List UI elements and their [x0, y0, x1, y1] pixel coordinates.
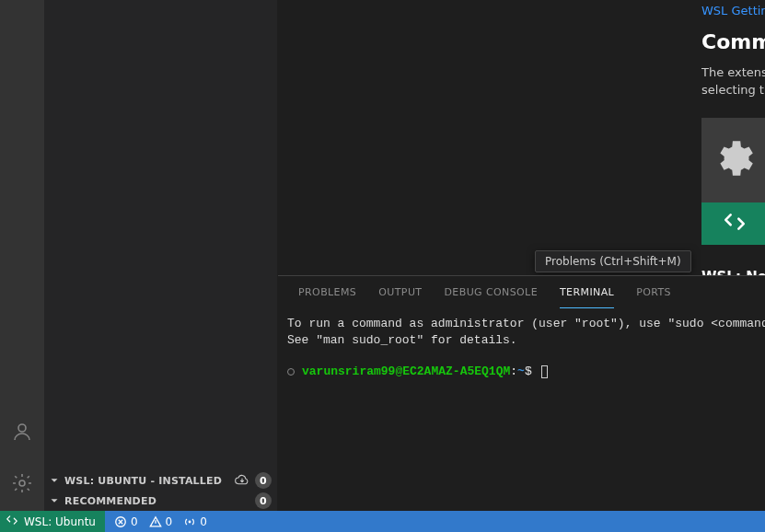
tab-terminal[interactable]: TERMINAL: [560, 276, 614, 308]
svg-point-0: [18, 424, 26, 432]
terminal-line: To run a command as administrator (user …: [287, 316, 765, 332]
status-errors-count: 0: [131, 515, 138, 528]
count-badge: 0: [255, 472, 272, 489]
cloud-download-icon[interactable]: [235, 472, 249, 490]
main-column: WSL Gettin Commar The extensio selecting…: [278, 0, 765, 511]
gear-icon[interactable]: [0, 465, 44, 502]
tab-output[interactable]: OUTPUT: [378, 276, 422, 308]
terminal-cursor: [541, 365, 548, 378]
remote-icon: [6, 514, 18, 529]
chevron-down-icon: [48, 474, 61, 487]
remote-icon: [723, 210, 747, 237]
editor-area: WSL Gettin Commar The extensio selecting…: [278, 0, 765, 275]
status-errors[interactable]: 0: [114, 515, 138, 528]
problems-tooltip: Problems (Ctrl+Shift+M): [535, 250, 691, 272]
chevron-down-icon: [48, 494, 61, 507]
count-badge: 0: [255, 492, 272, 509]
status-ports-count: 0: [200, 515, 207, 528]
sidebar-section-recommended[interactable]: RECOMMENDED 0: [44, 491, 277, 511]
gear-icon: [712, 135, 758, 184]
manage-tile[interactable]: [701, 118, 765, 202]
shell-status-icon: [287, 368, 295, 376]
remote-tile[interactable]: [701, 202, 765, 245]
prompt-sep: :: [510, 364, 517, 378]
prompt-path: ~: [517, 364, 525, 378]
svg-point-1: [19, 480, 25, 486]
status-bar: WSL: Ubuntu 0 0 0: [0, 511, 765, 532]
bottom-panel: PROBLEMS OUTPUT DEBUG CONSOLE TERMINAL P…: [278, 275, 765, 511]
commands-heading: Commar: [701, 30, 765, 53]
svg-point-3: [189, 520, 191, 523]
section-title: WSL: UBUNTU - INSTALLED: [64, 475, 235, 487]
panel-tabs: PROBLEMS OUTPUT DEBUG CONSOLE TERMINAL P…: [278, 276, 765, 308]
activity-bar: [0, 0, 44, 511]
warning-icon: [149, 515, 162, 528]
new-target-label: WSL: New V: [701, 269, 765, 275]
terminal-body[interactable]: To run a command as administrator (user …: [278, 308, 765, 511]
prompt-symbol: $: [525, 364, 532, 378]
broadcast-icon: [183, 515, 196, 528]
terminal-line: See "man sudo_root" for details.: [287, 332, 765, 349]
tab-problems[interactable]: PROBLEMS: [298, 276, 356, 308]
remote-label: WSL: Ubuntu: [24, 515, 96, 528]
status-warnings[interactable]: 0: [149, 515, 173, 528]
side-panel: WSL: UBUNTU - INSTALLED 0 RECOMMENDED 0: [44, 0, 278, 511]
extension-content: WSL Gettin Commar The extensio selecting…: [701, 0, 765, 275]
status-warnings-count: 0: [166, 515, 173, 528]
accounts-icon[interactable]: [0, 413, 44, 450]
error-icon: [114, 515, 127, 528]
prompt-user: varunsriram99@EC2AMAZ-A5EQ1QM: [302, 364, 510, 378]
section-title: RECOMMENDED: [64, 495, 255, 507]
remote-indicator[interactable]: WSL: Ubuntu: [0, 511, 105, 532]
getting-started-link[interactable]: WSL Gettin: [701, 4, 765, 17]
prompt-line: varunsriram99@EC2AMAZ-A5EQ1QM:~$: [287, 364, 765, 380]
status-ports[interactable]: 0: [183, 515, 207, 528]
tab-debug[interactable]: DEBUG CONSOLE: [444, 276, 538, 308]
sidebar-section-installed[interactable]: WSL: UBUNTU - INSTALLED 0: [44, 470, 277, 491]
description-text: The extensio selecting the: [701, 64, 765, 99]
tab-ports[interactable]: PORTS: [636, 276, 671, 308]
